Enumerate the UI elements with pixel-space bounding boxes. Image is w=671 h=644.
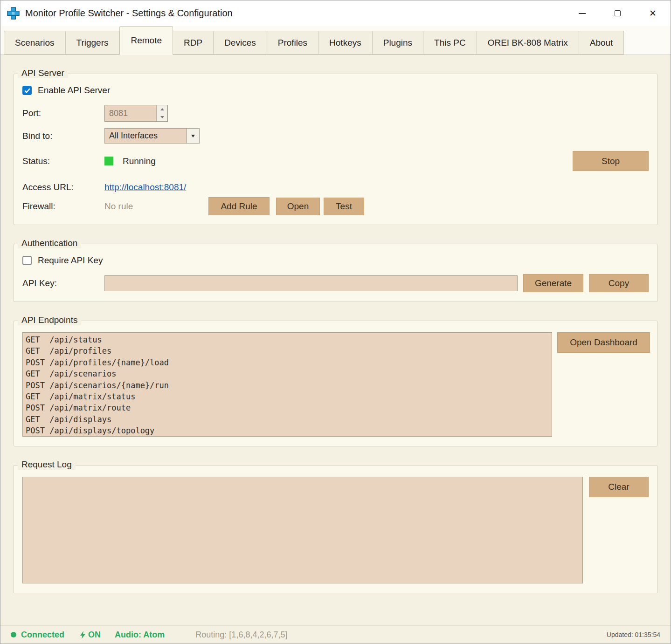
authentication-group-title: Authentication — [18, 238, 81, 248]
require-api-key-label: Require API Key — [38, 255, 103, 266]
api-server-group: API Server Enable API Server Port: 8081 — [14, 74, 657, 225]
open-dashboard-button[interactable]: Open Dashboard — [557, 332, 650, 353]
open-button[interactable]: Open — [276, 198, 320, 215]
window-controls: ✕ — [564, 0, 671, 26]
tab-plugins[interactable]: Plugins — [373, 31, 423, 55]
request-log-group-title: Request Log — [18, 459, 76, 470]
authentication-group: Authentication Require API Key API Key: … — [14, 244, 657, 302]
copy-button[interactable]: Copy — [589, 274, 649, 292]
spin-down-icon — [160, 116, 164, 118]
tab-orei-matrix[interactable]: OREI BK-808 Matrix — [477, 31, 579, 55]
tab-scenarios[interactable]: Scenarios — [4, 31, 66, 55]
clear-button[interactable]: Clear — [589, 477, 649, 497]
endpoint-line: GET /api/displays — [26, 414, 552, 425]
minimize-icon — [579, 13, 586, 14]
api-endpoints-group: API Endpoints GET /api/status GET /api/p… — [14, 321, 657, 446]
endpoint-line: POST /api/matrix/route — [26, 402, 552, 413]
api-endpoints-group-title: API Endpoints — [18, 315, 81, 325]
api-key-input[interactable] — [104, 275, 518, 291]
bind-to-value: All Interfaces — [104, 128, 187, 144]
tab-bar: Scenarios Triggers Remote RDP Devices Pr… — [0, 26, 671, 55]
request-log-area[interactable] — [22, 477, 583, 583]
enable-api-server-label: Enable API Server — [38, 85, 110, 96]
bind-to-label: Bind to: — [22, 131, 104, 141]
maximize-button[interactable] — [600, 0, 635, 26]
maximize-icon — [615, 10, 621, 16]
status-bar: Connected ON Audio: Atom Routing: [1,6,8… — [0, 625, 671, 644]
power-label: ON — [88, 630, 101, 640]
endpoint-line: POST /api/scenarios/{name}/run — [26, 380, 552, 391]
titlebar: Monitor Profile Switcher - Settings & Co… — [0, 0, 671, 26]
request-log-group: Request Log Clear — [14, 465, 657, 593]
endpoint-line: GET /api/status — [26, 334, 552, 345]
tab-hotkeys[interactable]: Hotkeys — [318, 31, 373, 55]
tab-triggers[interactable]: Triggers — [66, 31, 120, 55]
access-url-link[interactable]: http://localhost:8081/ — [104, 182, 186, 192]
require-api-key-checkbox[interactable] — [22, 256, 32, 265]
add-rule-button[interactable]: Add Rule — [208, 197, 270, 215]
tab-this-pc[interactable]: This PC — [423, 31, 477, 55]
remote-tab-content: API Server Enable API Server Port: 8081 — [0, 55, 671, 625]
close-icon: ✕ — [649, 9, 657, 18]
endpoint-line: POST /api/displays/topology — [26, 425, 552, 436]
chevron-down-icon — [191, 135, 195, 137]
api-endpoints-list[interactable]: GET /api/status GET /api/profiles POST /… — [22, 332, 552, 437]
api-key-label: API Key: — [22, 278, 99, 288]
endpoint-line: GET /api/scenarios — [26, 368, 552, 379]
firewall-label: Firewall: — [22, 201, 104, 212]
tab-profiles[interactable]: Profiles — [267, 31, 318, 55]
port-value: 8081 — [105, 105, 156, 121]
port-increment-button[interactable] — [157, 105, 167, 113]
bind-to-dropdown[interactable]: All Interfaces — [104, 128, 200, 144]
dropdown-arrow-button[interactable] — [187, 128, 200, 144]
port-spin-buttons — [156, 105, 167, 121]
port-input[interactable]: 8081 — [104, 105, 168, 122]
status-label: Status: — [22, 156, 104, 166]
access-url-label: Access URL: — [22, 182, 104, 192]
endpoint-line: POST /api/profiles/{name}/load — [26, 357, 552, 368]
firewall-value: No rule — [104, 201, 208, 212]
enable-api-server-checkbox[interactable] — [22, 86, 32, 95]
connected-dot-icon — [11, 632, 16, 637]
spin-up-icon — [160, 108, 164, 110]
endpoint-line: GET /api/matrix/status — [26, 391, 552, 402]
connection-status: Connected — [11, 630, 64, 640]
close-button[interactable]: ✕ — [635, 0, 671, 26]
tab-about[interactable]: About — [579, 31, 624, 55]
status-indicator — [104, 157, 113, 165]
audio-status: Audio: Atom — [115, 630, 165, 640]
connected-label: Connected — [21, 630, 64, 640]
updated-timestamp: Updated: 01:35:54 — [607, 631, 660, 638]
stop-button[interactable]: Stop — [573, 151, 649, 171]
tab-rdp[interactable]: RDP — [173, 31, 214, 55]
tab-devices[interactable]: Devices — [214, 31, 267, 55]
generate-button[interactable]: Generate — [523, 274, 583, 292]
minimize-button[interactable] — [564, 0, 600, 26]
endpoint-line: GET /api/profiles — [26, 345, 552, 356]
status-value: Running — [123, 156, 156, 166]
port-decrement-button[interactable] — [157, 113, 167, 121]
api-server-group-title: API Server — [18, 68, 68, 78]
test-button[interactable]: Test — [324, 198, 364, 215]
port-label: Port: — [22, 108, 104, 118]
app-window: Monitor Profile Switcher - Settings & Co… — [0, 0, 671, 644]
lightning-icon — [80, 631, 85, 639]
tab-remote[interactable]: Remote — [119, 26, 173, 55]
window-title: Monitor Profile Switcher - Settings & Co… — [25, 8, 233, 19]
power-status: ON — [80, 630, 101, 640]
app-icon — [7, 7, 20, 20]
routing-status: Routing: [1,6,8,4,2,6,7,5] — [195, 630, 287, 640]
